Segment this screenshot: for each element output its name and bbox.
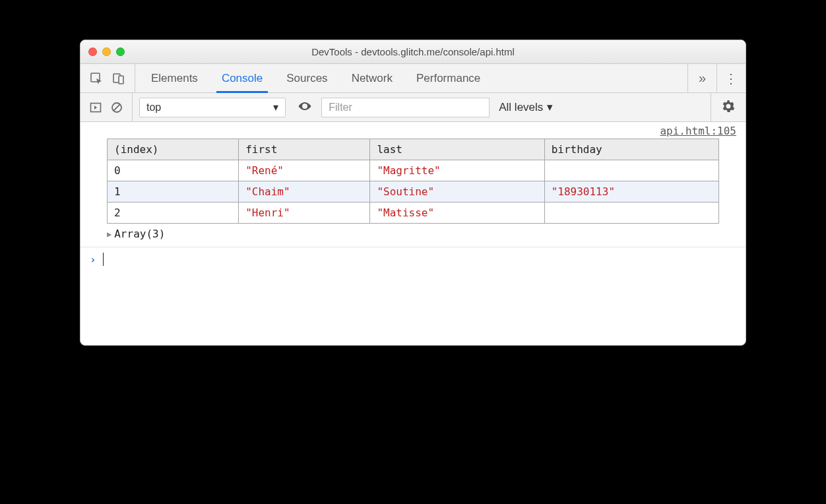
source-link[interactable]: api.html:105 — [660, 125, 736, 137]
tab-label: Console — [222, 72, 263, 85]
tab-label: Elements — [151, 72, 198, 85]
context-selector[interactable]: top ▾ — [139, 98, 286, 117]
col-birthday[interactable]: birthday — [544, 139, 718, 160]
context-value: top — [146, 102, 161, 113]
tab-label: Performance — [416, 72, 480, 85]
panel-tabs-bar: Elements Console Sources Network Perform… — [80, 64, 746, 93]
tab-label: Network — [352, 72, 393, 85]
console-settings-button[interactable] — [711, 93, 746, 121]
array-summary-line[interactable]: ▶ Array(3) — [80, 225, 746, 247]
tab-elements[interactable]: Elements — [139, 64, 210, 92]
cell-index: 0 — [108, 160, 239, 181]
text-caret — [103, 253, 104, 266]
console-table: (index) first last birthday 0 "René" "Ma… — [107, 139, 719, 224]
svg-rect-2 — [119, 76, 123, 84]
device-toolbar-icon[interactable] — [112, 72, 125, 85]
gear-icon — [722, 100, 735, 115]
tab-label: Sources — [286, 72, 327, 85]
window-title: DevTools - devtools.glitch.me/console/ap… — [80, 46, 746, 57]
toggle-drawer-icon[interactable] — [90, 102, 102, 113]
inspect-dock-group — [80, 64, 135, 92]
cell-first: "René" — [239, 160, 370, 181]
tab-performance[interactable]: Performance — [404, 64, 492, 92]
minimize-window-button[interactable] — [102, 47, 111, 56]
levels-label: All levels — [499, 101, 543, 114]
console-output: api.html:105 (index) first last birthday… — [80, 122, 746, 345]
console-table-wrap: (index) first last birthday 0 "René" "Ma… — [80, 139, 746, 225]
live-expression-icon[interactable] — [288, 100, 321, 114]
traffic-lights — [88, 47, 125, 56]
source-location: api.html:105 — [80, 122, 746, 139]
titlebar: DevTools - devtools.glitch.me/console/ap… — [80, 40, 746, 64]
tab-console[interactable]: Console — [210, 64, 274, 92]
cell-last: "Matisse" — [370, 203, 544, 224]
clear-console-icon[interactable] — [111, 102, 123, 113]
maximize-window-button[interactable] — [116, 47, 125, 56]
devtools-window: DevTools - devtools.glitch.me/console/ap… — [80, 40, 746, 346]
panel-tabs: Elements Console Sources Network Perform… — [135, 64, 687, 92]
table-row: 2 "Henri" "Matisse" — [108, 203, 719, 224]
col-first[interactable]: first — [239, 139, 370, 160]
tab-sources[interactable]: Sources — [274, 64, 339, 92]
filter-input[interactable] — [321, 98, 490, 117]
settings-menu-button[interactable]: ⋮ — [716, 64, 746, 92]
chevron-down-icon: ▾ — [547, 100, 553, 114]
tab-network[interactable]: Network — [340, 64, 404, 92]
kebab-icon: ⋮ — [724, 71, 739, 86]
col-index[interactable]: (index) — [108, 139, 239, 160]
cell-birthday: "18930113" — [544, 181, 718, 203]
table-row: 1 "Chaim" "Soutine" "18930113" — [108, 181, 719, 203]
close-window-button[interactable] — [88, 47, 97, 56]
cell-first: "Chaim" — [239, 181, 370, 203]
console-toolbar: top ▾ All levels ▾ — [80, 93, 746, 122]
cell-last: "Soutine" — [370, 181, 544, 203]
table-header-row: (index) first last birthday — [108, 139, 719, 160]
prompt-chevron-icon: › — [90, 253, 96, 266]
console-left-tools — [80, 93, 133, 121]
more-tabs-button[interactable]: » — [687, 64, 716, 92]
chevron-down-icon: ▾ — [273, 101, 278, 113]
table-row: 0 "René" "Magritte" — [108, 160, 719, 181]
cell-last: "Magritte" — [370, 160, 544, 181]
cell-birthday — [544, 160, 718, 181]
cell-index: 2 — [108, 203, 239, 224]
cell-birthday — [544, 203, 718, 224]
array-summary-text: Array(3) — [114, 228, 165, 240]
cell-first: "Henri" — [239, 203, 370, 224]
inspect-element-icon[interactable] — [90, 72, 103, 85]
chevron-right-double-icon: » — [699, 71, 706, 86]
log-levels-selector[interactable]: All levels ▾ — [499, 100, 553, 114]
console-prompt[interactable]: › — [80, 247, 746, 345]
disclosure-triangle-icon[interactable]: ▶ — [107, 230, 111, 239]
svg-line-5 — [113, 104, 120, 111]
col-last[interactable]: last — [370, 139, 544, 160]
cell-index: 1 — [108, 181, 239, 203]
